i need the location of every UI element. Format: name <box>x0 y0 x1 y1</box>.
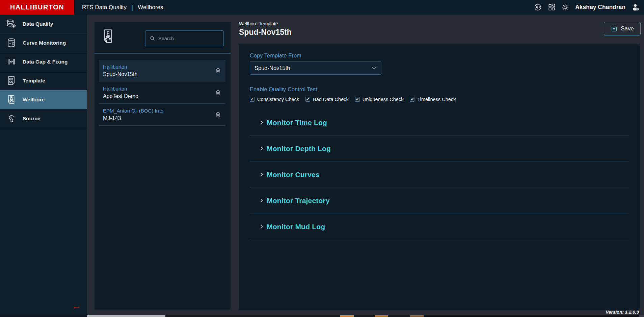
sidebar-item-label: Wellbore <box>23 97 45 103</box>
wellbore-org: Halliburton <box>103 86 212 92</box>
database-lock-icon <box>6 19 17 29</box>
search-box <box>145 30 224 46</box>
wellbore-list-panel: Halliburton Spud-Nov15th Halliburton App… <box>95 22 231 310</box>
enable-qc-label: Enable Quality Control Test <box>250 86 629 93</box>
wellbore-name: Spud-Nov15th <box>103 71 212 78</box>
collapse-back-arrow-icon[interactable] <box>72 303 81 310</box>
user-settings-icon[interactable] <box>631 3 641 12</box>
copy-template-from-value: Spud-Nov15th <box>254 65 290 71</box>
top-bar: HALLIBURTON RTS Data Quality | Wellbores <box>0 0 644 15</box>
wellbore-name: MJ-143 <box>103 115 212 122</box>
chevron-right-icon <box>259 146 264 151</box>
wellbore-name: AppTest Demo <box>103 93 212 100</box>
template-editor-card: Copy Template From Spud-Nov15th Enable Q… <box>239 44 640 310</box>
sidebar-item-data-quality[interactable]: Data Quality <box>0 15 87 33</box>
checkbox-label: Consistency Check <box>257 97 299 102</box>
sidebar-nav: Data Quality Curve Monitoring Data Gap &… <box>0 15 87 316</box>
chevron-right-icon <box>259 120 264 125</box>
wellbore-org: EPM_Anton Oil (BOC) Iraq <box>103 107 212 114</box>
breadcrumb-separator: | <box>131 4 133 11</box>
delete-trash-icon[interactable] <box>215 89 221 96</box>
taskbar-sliver-segment <box>410 315 424 317</box>
delete-trash-icon[interactable] <box>215 67 221 74</box>
section-monitor-trajectory[interactable]: Monitor Trajectory <box>250 188 629 214</box>
sidebar-item-label: Curve Monitoring <box>23 40 66 46</box>
sidebar-item-data-gap-fixing[interactable]: Data Gap & Fixing <box>0 52 87 71</box>
copy-template-from-label: Copy Template From <box>250 52 629 59</box>
halliburton-logo: HALLIBURTON <box>0 0 74 15</box>
monitor-sections: Monitor Time Log Monitor Depth Log Monit… <box>250 110 629 240</box>
link-source-icon <box>6 113 17 124</box>
language-globe-icon[interactable] <box>533 3 542 12</box>
wellbore-list-item[interactable]: EPM_Anton Oil (BOC) Iraq MJ-143 <box>99 104 225 126</box>
section-label: Monitor Trajectory <box>267 197 330 205</box>
save-button[interactable]: Save <box>604 22 641 35</box>
search-input[interactable] <box>158 36 212 41</box>
delete-trash-icon[interactable] <box>215 111 221 118</box>
breadcrumb-wellbores[interactable]: Wellbores <box>138 4 163 11</box>
chevron-right-icon <box>259 224 264 229</box>
section-label: Monitor Mud Log <box>267 223 325 231</box>
checkbox-checked-icon[interactable] <box>410 97 414 102</box>
sidebar-item-label: Template <box>23 78 45 84</box>
taskbar-sliver-segment <box>87 315 165 317</box>
checkbox-label: Timeliness Check <box>417 97 456 102</box>
section-monitor-depth-log[interactable]: Monitor Depth Log <box>250 136 629 162</box>
app-title[interactable]: RTS Data Quality <box>82 4 127 11</box>
checkbox-label: Uniqueness Check <box>363 97 404 102</box>
sidebar-item-label: Source <box>23 116 41 122</box>
taskbar-sliver-segment <box>639 315 644 317</box>
section-monitor-time-log[interactable]: Monitor Time Log <box>250 110 629 136</box>
save-button-label: Save <box>621 25 634 32</box>
qc-check-row: Consistency Check Bad Data Check Uniquen… <box>250 97 629 102</box>
checkbox-label: Bad Data Check <box>313 97 349 102</box>
section-monitor-curves[interactable]: Monitor Curves <box>250 162 629 188</box>
template-doc-icon <box>6 75 17 86</box>
wellbore-org: Halliburton <box>103 64 212 70</box>
checkbox-checked-icon[interactable] <box>250 97 254 102</box>
sidebar-item-wellbore[interactable]: Wellbore <box>0 90 87 109</box>
copy-template-from-select[interactable]: Spud-Nov15th <box>250 61 381 75</box>
taskbar-sliver <box>0 315 644 317</box>
search-icon <box>150 35 155 41</box>
taskbar-sliver-segment <box>0 315 87 317</box>
topbar-actions: Akshay Chandran <box>533 0 641 15</box>
wellbore-doc-icon <box>6 94 17 105</box>
wellbore-list-item[interactable]: Halliburton AppTest Demo <box>99 82 225 104</box>
sidebar-item-source[interactable]: Source <box>0 109 87 128</box>
taskbar-sliver-segment <box>424 315 639 317</box>
cylinder-drop-icon <box>6 38 17 48</box>
chevron-right-icon <box>259 172 264 177</box>
sidebar-item-curve-monitoring[interactable]: Curve Monitoring <box>0 33 87 52</box>
taskbar-sliver-segment <box>340 315 354 317</box>
check-timeliness[interactable]: Timeliness Check <box>410 97 456 102</box>
version-text: Version: 1.2.0.3 <box>606 310 639 315</box>
checkbox-checked-icon[interactable] <box>355 97 360 102</box>
theme-sun-icon[interactable] <box>561 3 569 11</box>
user-name: Akshay Chandran <box>575 4 625 11</box>
section-label: Monitor Time Log <box>267 119 327 127</box>
sidebar-item-template[interactable]: Template <box>0 71 87 90</box>
sidebar-item-label: Data Quality <box>23 21 53 27</box>
wellbore-list: Halliburton Spud-Nov15th Halliburton App… <box>95 54 231 126</box>
page-subtitle: Wellbore Template <box>239 21 278 26</box>
breadcrumb: RTS Data Quality | Wellbores <box>82 4 163 11</box>
chevron-right-icon <box>259 198 264 203</box>
wellbore-list-header <box>95 22 231 54</box>
check-bad-data[interactable]: Bad Data Check <box>305 97 349 102</box>
sidebar-item-label: Data Gap & Fixing <box>23 59 68 65</box>
save-icon <box>611 25 618 32</box>
chevron-down-icon <box>371 65 377 71</box>
gap-arrows-icon <box>6 56 17 67</box>
wellbore-doc-icon <box>102 28 114 44</box>
page-title: Spud-Nov15th <box>239 28 292 37</box>
section-label: Monitor Depth Log <box>267 145 331 153</box>
check-consistency[interactable]: Consistency Check <box>250 97 299 102</box>
apps-grid-icon[interactable] <box>547 3 556 11</box>
wellbore-list-item[interactable]: Halliburton Spud-Nov15th <box>99 60 225 82</box>
section-monitor-mud-log[interactable]: Monitor Mud Log <box>250 214 629 240</box>
check-uniqueness[interactable]: Uniqueness Check <box>355 97 404 102</box>
checkbox-checked-icon[interactable] <box>305 97 310 102</box>
taskbar-sliver-segment <box>375 315 388 317</box>
section-label: Monitor Curves <box>267 171 320 179</box>
